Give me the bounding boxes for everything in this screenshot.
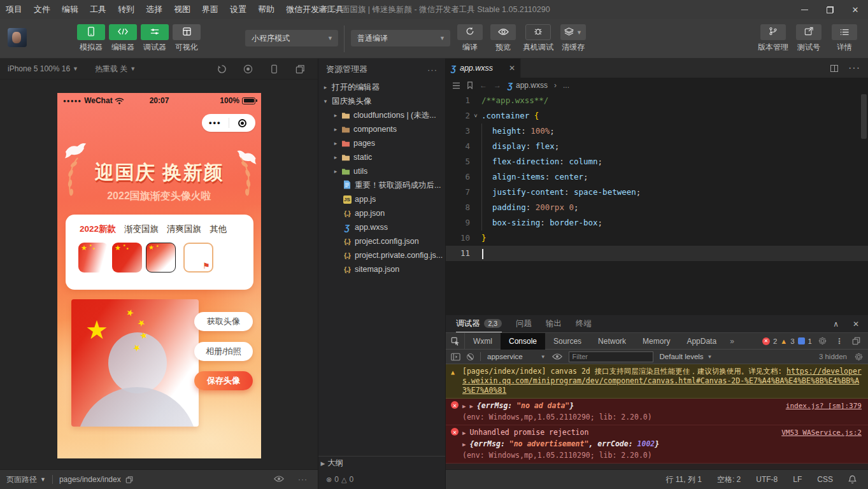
menu-item[interactable]: 工具	[84, 0, 112, 19]
action-button[interactable]	[832, 24, 857, 40]
flag-category-tab[interactable]: 其他	[210, 223, 227, 235]
copy-icon[interactable]	[125, 476, 133, 484]
page-path-select[interactable]: 页面路径 ▼	[6, 474, 46, 485]
tree-item[interactable]: ▸打开的编辑器	[318, 80, 445, 94]
warning-badge-count[interactable]: 3	[790, 337, 794, 345]
toggle-button[interactable]	[173, 24, 201, 40]
undock-icon[interactable]	[852, 337, 860, 345]
debugger-tab-输出[interactable]: 输出	[546, 315, 562, 332]
error-source-link[interactable]: VM53 WAService.js:2	[774, 428, 862, 437]
tree-item[interactable]: {..}project.private.config.js...	[318, 248, 445, 262]
code-line[interactable]: 5flex-direction: column;	[446, 154, 868, 169]
tree-item[interactable]: Ʒapp.wxss	[318, 220, 445, 234]
console-warning-message[interactable]: ▲ [pages/index/index] canvas 2d 接口支持同层渲染…	[446, 364, 868, 399]
action-button[interactable]	[760, 24, 786, 40]
code-line[interactable]: 3height: 100%;	[446, 124, 868, 139]
flag-category-tab[interactable]: 渐变国旗	[124, 223, 159, 235]
menu-item[interactable]: 界面	[196, 0, 224, 19]
more-tabs-icon[interactable]: »	[725, 337, 739, 346]
error-object-preview[interactable]: {errMsg: "no advertisement", errCode: 10…	[469, 439, 659, 449]
devtools-settings-icon[interactable]	[818, 337, 827, 345]
code-line[interactable]: 9box-sizing: border-box;	[446, 215, 868, 230]
devtools-tab-console[interactable]: Console	[501, 333, 545, 350]
encoding-setting[interactable]: UTF-8	[756, 475, 778, 484]
code-line[interactable]: 1/**app.wxss**/	[446, 93, 868, 108]
code-line[interactable]: 6align-items: center;	[446, 169, 868, 185]
menu-item[interactable]: 视图	[168, 0, 196, 19]
toggle-button[interactable]	[77, 24, 105, 40]
editor-tab-app-wxss[interactable]: Ʒ app.wxss ✕	[446, 59, 521, 78]
action-button[interactable]	[525, 24, 551, 40]
action-button[interactable]: ▼	[560, 24, 586, 40]
device-frame-icon[interactable]	[269, 64, 279, 74]
tree-item[interactable]: ▾国庆换头像	[318, 94, 445, 108]
tree-item[interactable]: {..}project.config.json	[318, 234, 445, 248]
language-mode[interactable]: CSS	[817, 475, 833, 484]
eye-icon[interactable]	[274, 475, 284, 483]
tree-item[interactable]: ▸pages	[318, 136, 445, 150]
error-object-preview[interactable]: {errMsg: "no ad data"}	[477, 401, 574, 411]
debugger-tab-问题[interactable]: 问题	[516, 315, 532, 332]
code-line[interactable]: 10}	[446, 230, 868, 246]
minimize-button[interactable]	[792, 0, 817, 19]
editor-scrollbar[interactable]	[861, 94, 867, 139]
context-select[interactable]: appservice ▼	[487, 353, 546, 360]
flag-category-tab[interactable]: 清爽国旗	[167, 223, 201, 235]
more-icon[interactable]: ···	[298, 475, 308, 484]
devtools-tab-sources[interactable]: Sources	[545, 333, 590, 350]
menu-item[interactable]: 项目	[0, 0, 28, 19]
avatar-button[interactable]: 相册/拍照	[194, 342, 253, 361]
code-line[interactable]: 7justify-content: space-between;	[446, 185, 868, 200]
breadcrumb-more[interactable]: ...	[563, 81, 569, 90]
code-editor[interactable]: 1/**app.wxss**/2˅.container {3height: 10…	[446, 93, 868, 315]
tree-item[interactable]: JSapp.js	[318, 192, 445, 206]
flag-category-tab[interactable]: 2022新款	[80, 223, 116, 235]
code-line[interactable]: 2˅.container {	[446, 108, 868, 124]
menu-item[interactable]: 文件	[28, 0, 56, 19]
inspect-element-icon[interactable]	[446, 333, 465, 350]
flag-style-option-3-selected[interactable]: ★ ★	[146, 243, 176, 273]
fold-icon[interactable]: ˅	[470, 108, 481, 124]
tree-item[interactable]: ▸cloudfunctions | (未选...	[318, 108, 445, 122]
compile-mode-select[interactable]: 普通编译 ▼	[351, 30, 450, 46]
log-levels-select[interactable]: Default levels ▼	[660, 353, 713, 360]
cursor-position[interactable]: 行 11, 列 1	[665, 474, 701, 485]
tree-item[interactable]: {..}app.json	[318, 206, 445, 220]
notifications-bell-icon[interactable]	[848, 475, 857, 484]
multi-window-icon[interactable]	[295, 64, 305, 74]
code-line[interactable]: 11	[446, 246, 868, 261]
expand-icon[interactable]: ▶	[462, 429, 466, 438]
explorer-more-icon[interactable]: ···	[427, 65, 438, 74]
action-button[interactable]	[457, 24, 483, 40]
avatar-preview[interactable]: ★ ★ ★ ★ ★	[71, 299, 199, 427]
editor-more-icon[interactable]: ···	[848, 62, 860, 74]
device-select[interactable]: iPhone 5 100% 16 ▼	[8, 64, 78, 73]
close-tab-icon[interactable]: ✕	[509, 64, 515, 73]
outline-list-icon[interactable]	[452, 82, 460, 89]
hot-reload-select[interactable]: 热重载 关 ▼	[95, 64, 136, 74]
capsule-close-button[interactable]	[229, 119, 256, 127]
expand-icon[interactable]: ▶	[462, 402, 466, 411]
menu-item[interactable]: 选择	[140, 0, 168, 19]
split-editor-icon[interactable]	[830, 65, 838, 72]
nav-back-icon[interactable]: ←	[480, 81, 487, 90]
action-button[interactable]	[796, 24, 822, 40]
mode-select[interactable]: 小程序模式 ▼	[245, 30, 338, 46]
avatar-button[interactable]: 获取头像	[194, 312, 253, 331]
menu-item[interactable]: 帮助	[252, 0, 280, 19]
save-avatar-button[interactable]: 保存头像	[194, 371, 253, 390]
debugger-tab-终端[interactable]: 终端	[576, 315, 592, 332]
user-avatar[interactable]	[8, 28, 27, 47]
tree-item[interactable]: ▸static	[318, 150, 445, 164]
tree-item[interactable]: ▸components	[318, 122, 445, 136]
restore-button[interactable]	[817, 0, 843, 19]
breadcrumb-file[interactable]: Ʒ app.wxss	[508, 81, 548, 90]
action-button[interactable]	[490, 24, 516, 40]
record-icon[interactable]	[243, 64, 253, 74]
expand-icon[interactable]: ▶	[462, 440, 466, 450]
flag-style-option-1[interactable]: ★ ★ ★	[78, 243, 108, 273]
code-line[interactable]: 8padding: 200rpx 0;	[446, 200, 868, 215]
console-filter-input[interactable]: Filter	[569, 351, 653, 362]
console-prompt[interactable]: ›	[446, 464, 868, 469]
expand-icon[interactable]: ▶	[469, 402, 473, 411]
